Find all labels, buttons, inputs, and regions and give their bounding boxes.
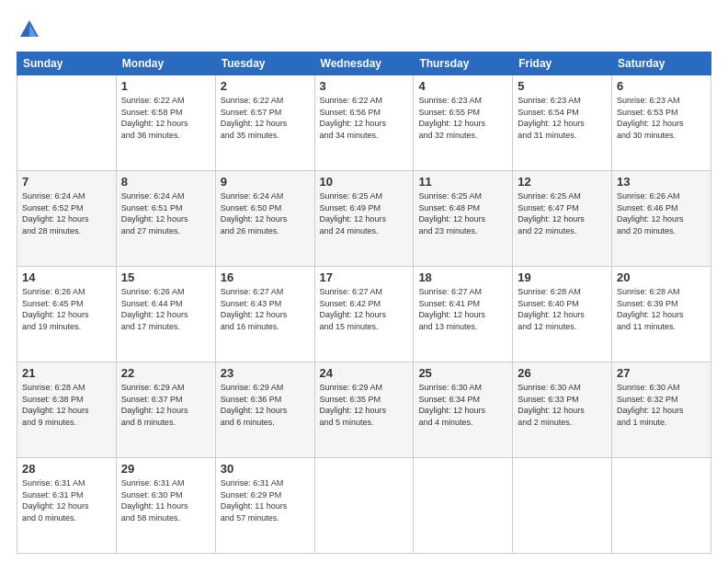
calendar-cell: 26Sunrise: 6:30 AM Sunset: 6:33 PM Dayli…: [513, 362, 612, 458]
day-number: 26: [518, 366, 607, 380]
day-info: Sunrise: 6:23 AM Sunset: 6:55 PM Dayligh…: [418, 95, 507, 141]
calendar-header: SundayMondayTuesdayWednesdayThursdayFrid…: [17, 52, 711, 75]
calendar-cell: 16Sunrise: 6:27 AM Sunset: 6:43 PM Dayli…: [215, 267, 314, 362]
day-number: 23: [221, 366, 310, 380]
calendar-cell: [612, 458, 711, 554]
day-info: Sunrise: 6:27 AM Sunset: 6:41 PM Dayligh…: [418, 286, 507, 332]
day-info: Sunrise: 6:29 AM Sunset: 6:35 PM Dayligh…: [320, 382, 409, 428]
day-number: 18: [418, 270, 507, 284]
day-number: 25: [418, 366, 507, 380]
day-number: 30: [221, 462, 310, 476]
weekday-header-friday: Friday: [513, 52, 612, 75]
day-info: Sunrise: 6:25 AM Sunset: 6:48 PM Dayligh…: [418, 190, 507, 236]
day-info: Sunrise: 6:29 AM Sunset: 6:36 PM Dayligh…: [221, 382, 310, 428]
calendar-cell: 19Sunrise: 6:28 AM Sunset: 6:40 PM Dayli…: [513, 267, 612, 362]
day-number: 10: [320, 175, 409, 189]
day-number: 6: [617, 79, 706, 93]
calendar: SundayMondayTuesdayWednesdayThursdayFrid…: [17, 52, 711, 554]
day-info: Sunrise: 6:30 AM Sunset: 6:33 PM Dayligh…: [518, 382, 607, 428]
day-number: 14: [22, 270, 111, 284]
day-number: 9: [221, 175, 310, 189]
calendar-cell: 6Sunrise: 6:23 AM Sunset: 6:53 PM Daylig…: [612, 75, 711, 171]
calendar-cell: [17, 75, 117, 171]
calendar-cell: 3Sunrise: 6:22 AM Sunset: 6:56 PM Daylig…: [314, 75, 414, 171]
calendar-cell: 4Sunrise: 6:23 AM Sunset: 6:55 PM Daylig…: [414, 75, 513, 171]
weekday-header-tuesday: Tuesday: [215, 52, 314, 75]
logo-icon: [17, 17, 42, 42]
weekday-header-monday: Monday: [116, 52, 215, 75]
calendar-cell: 15Sunrise: 6:26 AM Sunset: 6:44 PM Dayli…: [116, 267, 215, 362]
page: SundayMondayTuesdayWednesdayThursdayFrid…: [0, 0, 728, 563]
day-info: Sunrise: 6:25 AM Sunset: 6:47 PM Dayligh…: [518, 190, 607, 236]
day-info: Sunrise: 6:28 AM Sunset: 6:40 PM Dayligh…: [518, 286, 607, 332]
calendar-cell: 27Sunrise: 6:30 AM Sunset: 6:32 PM Dayli…: [612, 362, 711, 458]
day-number: 3: [320, 79, 409, 93]
day-info: Sunrise: 6:29 AM Sunset: 6:37 PM Dayligh…: [121, 382, 210, 428]
day-number: 2: [221, 79, 310, 93]
weekday-header-wednesday: Wednesday: [314, 52, 414, 75]
calendar-cell: 12Sunrise: 6:25 AM Sunset: 6:47 PM Dayli…: [513, 171, 612, 267]
day-info: Sunrise: 6:22 AM Sunset: 6:57 PM Dayligh…: [221, 95, 310, 141]
calendar-cell: 1Sunrise: 6:22 AM Sunset: 6:58 PM Daylig…: [116, 75, 215, 171]
day-info: Sunrise: 6:31 AM Sunset: 6:31 PM Dayligh…: [22, 477, 111, 523]
day-info: Sunrise: 6:28 AM Sunset: 6:39 PM Dayligh…: [617, 286, 706, 332]
calendar-cell: 22Sunrise: 6:29 AM Sunset: 6:37 PM Dayli…: [116, 362, 215, 458]
day-number: 17: [320, 270, 409, 284]
day-info: Sunrise: 6:23 AM Sunset: 6:54 PM Dayligh…: [518, 95, 607, 141]
day-number: 21: [22, 366, 111, 380]
week-row-3: 14Sunrise: 6:26 AM Sunset: 6:45 PM Dayli…: [17, 267, 711, 362]
day-number: 4: [418, 79, 507, 93]
calendar-cell: 10Sunrise: 6:25 AM Sunset: 6:49 PM Dayli…: [314, 171, 414, 267]
weekday-header-sunday: Sunday: [17, 52, 117, 75]
calendar-cell: 24Sunrise: 6:29 AM Sunset: 6:35 PM Dayli…: [314, 362, 414, 458]
calendar-cell: 17Sunrise: 6:27 AM Sunset: 6:42 PM Dayli…: [314, 267, 414, 362]
day-number: 19: [518, 270, 607, 284]
day-info: Sunrise: 6:24 AM Sunset: 6:50 PM Dayligh…: [221, 190, 310, 236]
day-info: Sunrise: 6:25 AM Sunset: 6:49 PM Dayligh…: [320, 190, 409, 236]
day-info: Sunrise: 6:31 AM Sunset: 6:29 PM Dayligh…: [221, 477, 310, 523]
day-info: Sunrise: 6:26 AM Sunset: 6:45 PM Dayligh…: [22, 286, 111, 332]
day-number: 15: [121, 270, 210, 284]
day-number: 1: [121, 79, 210, 93]
day-number: 27: [617, 366, 706, 380]
logo: [17, 17, 44, 42]
calendar-cell: 20Sunrise: 6:28 AM Sunset: 6:39 PM Dayli…: [612, 267, 711, 362]
calendar-cell: 7Sunrise: 6:24 AM Sunset: 6:52 PM Daylig…: [17, 171, 117, 267]
week-row-1: 1Sunrise: 6:22 AM Sunset: 6:58 PM Daylig…: [17, 75, 711, 171]
calendar-cell: 28Sunrise: 6:31 AM Sunset: 6:31 PM Dayli…: [17, 458, 117, 554]
calendar-cell: 8Sunrise: 6:24 AM Sunset: 6:51 PM Daylig…: [116, 171, 215, 267]
week-row-5: 28Sunrise: 6:31 AM Sunset: 6:31 PM Dayli…: [17, 458, 711, 554]
day-number: 12: [518, 175, 607, 189]
week-row-2: 7Sunrise: 6:24 AM Sunset: 6:52 PM Daylig…: [17, 171, 711, 267]
day-number: 11: [418, 175, 507, 189]
calendar-cell: 25Sunrise: 6:30 AM Sunset: 6:34 PM Dayli…: [414, 362, 513, 458]
day-number: 24: [320, 366, 409, 380]
day-info: Sunrise: 6:23 AM Sunset: 6:53 PM Dayligh…: [617, 95, 706, 141]
day-info: Sunrise: 6:24 AM Sunset: 6:52 PM Dayligh…: [22, 190, 111, 236]
calendar-cell: [513, 458, 612, 554]
day-number: 20: [617, 270, 706, 284]
day-info: Sunrise: 6:26 AM Sunset: 6:46 PM Dayligh…: [617, 190, 706, 236]
day-info: Sunrise: 6:24 AM Sunset: 6:51 PM Dayligh…: [121, 190, 210, 236]
day-info: Sunrise: 6:27 AM Sunset: 6:42 PM Dayligh…: [320, 286, 409, 332]
calendar-cell: 2Sunrise: 6:22 AM Sunset: 6:57 PM Daylig…: [215, 75, 314, 171]
day-info: Sunrise: 6:31 AM Sunset: 6:30 PM Dayligh…: [121, 477, 210, 523]
day-number: 28: [22, 462, 111, 476]
day-number: 16: [221, 270, 310, 284]
day-info: Sunrise: 6:30 AM Sunset: 6:32 PM Dayligh…: [617, 382, 706, 428]
day-info: Sunrise: 6:30 AM Sunset: 6:34 PM Dayligh…: [418, 382, 507, 428]
calendar-cell: 13Sunrise: 6:26 AM Sunset: 6:46 PM Dayli…: [612, 171, 711, 267]
day-number: 13: [617, 175, 706, 189]
header: [17, 17, 711, 42]
calendar-cell: 18Sunrise: 6:27 AM Sunset: 6:41 PM Dayli…: [414, 267, 513, 362]
calendar-cell: 21Sunrise: 6:28 AM Sunset: 6:38 PM Dayli…: [17, 362, 117, 458]
calendar-cell: 9Sunrise: 6:24 AM Sunset: 6:50 PM Daylig…: [215, 171, 314, 267]
calendar-cell: 29Sunrise: 6:31 AM Sunset: 6:30 PM Dayli…: [116, 458, 215, 554]
week-row-4: 21Sunrise: 6:28 AM Sunset: 6:38 PM Dayli…: [17, 362, 711, 458]
day-info: Sunrise: 6:22 AM Sunset: 6:58 PM Dayligh…: [121, 95, 210, 141]
calendar-cell: 30Sunrise: 6:31 AM Sunset: 6:29 PM Dayli…: [215, 458, 314, 554]
calendar-cell: 11Sunrise: 6:25 AM Sunset: 6:48 PM Dayli…: [414, 171, 513, 267]
day-info: Sunrise: 6:27 AM Sunset: 6:43 PM Dayligh…: [221, 286, 310, 332]
calendar-cell: 14Sunrise: 6:26 AM Sunset: 6:45 PM Dayli…: [17, 267, 117, 362]
day-number: 7: [22, 175, 111, 189]
